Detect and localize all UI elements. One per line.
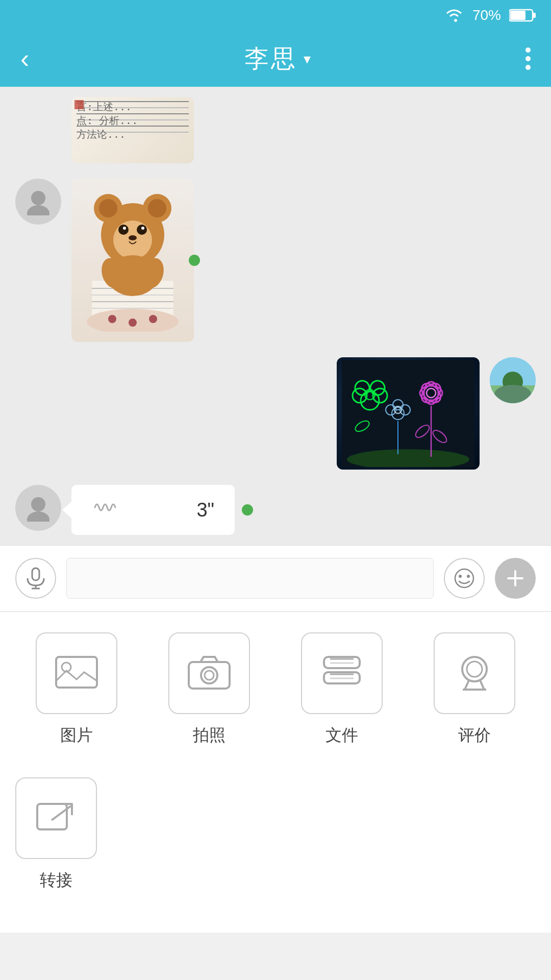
table-row: 言:上述... 点: 分析... 方法论... [15, 97, 536, 163]
svg-point-11 [108, 315, 116, 323]
status-bar: 70% [0, 0, 551, 31]
photo-icon-box [36, 632, 117, 714]
avatar [15, 179, 61, 225]
svg-point-22 [123, 227, 126, 230]
mic-button[interactable] [15, 558, 56, 599]
award-icon-box [434, 632, 515, 714]
header: ‹ 李思 ▾ [0, 31, 551, 87]
svg-point-61 [455, 569, 473, 587]
battery-icon [509, 8, 536, 22]
message-image-bear[interactable] [71, 179, 194, 342]
transfer-icon-box [15, 777, 97, 859]
transfer-label: 转接 [40, 869, 72, 892]
table-row [15, 179, 536, 342]
dropdown-icon[interactable]: ▾ [304, 51, 311, 67]
wifi-icon [444, 7, 464, 23]
online-indicator [189, 255, 200, 266]
photo-label: 图片 [60, 724, 93, 747]
back-button[interactable]: ‹ [20, 45, 29, 72]
svg-point-24 [129, 235, 137, 240]
svg-line-79 [465, 680, 469, 690]
svg-point-63 [467, 575, 470, 578]
svg-rect-2 [510, 11, 525, 20]
online-indicator [242, 504, 253, 516]
svg-rect-29 [490, 385, 536, 403]
svg-point-70 [205, 671, 214, 680]
voice-wave-icon [92, 497, 116, 523]
svg-rect-31 [511, 388, 515, 398]
emoji-button[interactable] [444, 558, 485, 599]
avatar [15, 485, 61, 531]
message-image-notebook-top[interactable]: 言:上述... 点: 分析... 方法论... [71, 97, 194, 163]
voice-duration: 3" [196, 499, 214, 521]
svg-point-21 [137, 225, 147, 235]
review-label: 评价 [458, 724, 491, 747]
media-item-file[interactable]: 文件 [281, 632, 403, 747]
message-voice[interactable]: 3" [71, 485, 235, 535]
svg-point-20 [118, 225, 129, 235]
svg-point-77 [462, 657, 487, 681]
contact-name: 李思 [244, 42, 297, 75]
table-row [15, 357, 536, 470]
file-label: 文件 [325, 724, 358, 747]
svg-line-83 [52, 806, 71, 820]
svg-line-80 [480, 680, 484, 690]
svg-point-13 [149, 315, 157, 323]
svg-rect-68 [189, 662, 230, 689]
media-toolbar-row2: 转接 [0, 777, 551, 933]
add-button[interactable] [495, 558, 536, 599]
battery-percent: 70% [472, 7, 501, 23]
svg-point-56 [31, 497, 45, 511]
camera-label: 拍照 [193, 724, 226, 747]
avatar [490, 357, 536, 403]
chat-area: 言:上述... 点: 分析... 方法论... [0, 87, 551, 545]
svg-rect-1 [533, 13, 536, 18]
svg-point-23 [141, 227, 144, 230]
svg-point-57 [27, 511, 49, 522]
svg-point-4 [27, 205, 49, 215]
svg-point-12 [129, 318, 137, 327]
input-area [0, 545, 551, 611]
svg-point-3 [31, 191, 45, 205]
svg-point-30 [503, 372, 523, 392]
media-toolbar: 图片 拍照 文件 [0, 612, 551, 777]
message-input[interactable] [66, 558, 434, 599]
svg-rect-82 [37, 804, 67, 829]
more-button[interactable] [525, 47, 531, 70]
svg-rect-66 [56, 657, 97, 688]
svg-point-78 [467, 662, 482, 677]
svg-rect-58 [32, 568, 39, 580]
svg-point-69 [201, 667, 217, 683]
table-row: 3" [15, 485, 536, 535]
media-item-transfer[interactable]: 转接 [15, 777, 97, 892]
media-item-review[interactable]: 评价 [413, 632, 536, 747]
camera-icon-box [168, 632, 250, 714]
media-item-photo[interactable]: 图片 [15, 632, 138, 747]
svg-point-16 [99, 199, 117, 217]
svg-point-62 [459, 575, 462, 578]
message-image-flower-neon[interactable] [337, 357, 480, 470]
media-item-camera[interactable]: 拍照 [148, 632, 270, 747]
svg-point-18 [148, 199, 166, 217]
header-title-container: 李思 ▾ [244, 42, 311, 75]
file-icon-box [301, 632, 383, 714]
